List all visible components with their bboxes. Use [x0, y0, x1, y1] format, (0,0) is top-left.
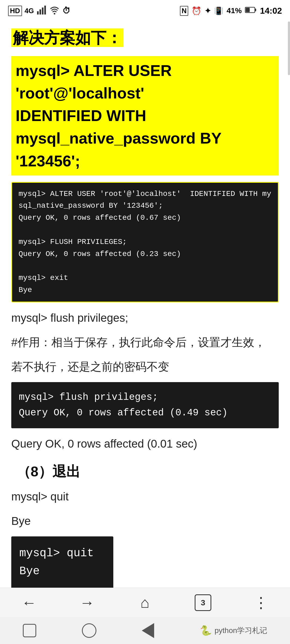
back-gesture-icon	[142, 623, 154, 638]
signal-4g: 4G	[25, 7, 34, 15]
menu-icon: ⋮	[253, 594, 269, 611]
vibrate-icon: 📳	[214, 6, 223, 15]
svg-rect-7	[246, 8, 250, 12]
svg-rect-2	[42, 8, 44, 14]
svg-rect-3	[44, 6, 46, 14]
home-icon: ⌂	[140, 594, 150, 611]
back-icon: ←	[21, 594, 37, 611]
section8-heading: （8）退出	[11, 462, 279, 481]
alter-line3: mysql_native_password BY '123456';	[16, 127, 274, 172]
battery-icon	[245, 6, 257, 15]
terminal-block-1: mysql> ALTER USER 'root'@'localhost' IDE…	[11, 182, 279, 302]
time: 14:02	[260, 6, 282, 16]
nfc-icon: N	[180, 6, 188, 16]
solution-heading: 解决方案如下：	[11, 28, 124, 47]
svg-rect-0	[37, 11, 39, 14]
recents-button[interactable]	[23, 624, 36, 637]
nav-bar: ← → ⌂ 3 ⋮	[0, 588, 290, 617]
hd-icon: HD	[8, 6, 22, 16]
comment-body: 若不执行，还是之前的密码不变	[11, 358, 279, 376]
svg-rect-1	[39, 9, 41, 14]
terminal-block-2: mysql> flush privileges; Query OK, 0 row…	[11, 382, 279, 428]
alarm-icon: ⏰	[191, 6, 201, 16]
forward-button[interactable]: →	[74, 592, 100, 613]
timer-icon: ⏱	[62, 6, 70, 15]
quit-command: mysql> quit	[11, 488, 279, 506]
forward-icon: →	[79, 594, 95, 611]
signal-bars	[37, 5, 47, 17]
status-left: HD 4G ⏱	[8, 5, 70, 17]
tabs-count: 3	[201, 598, 205, 607]
query-result: Query OK, 0 rows affected (0.01 sec)	[11, 435, 279, 453]
status-right: N ⏰ ✦ 📳 41% 14:02	[180, 6, 282, 16]
status-bar: HD 4G ⏱ N ⏰ ✦ 📳 41%	[0, 0, 290, 21]
svg-point-4	[54, 13, 55, 14]
svg-rect-6	[255, 9, 256, 11]
bye-text: Bye	[11, 512, 279, 530]
menu-button[interactable]: ⋮	[248, 592, 274, 613]
terminal-block-3: mysql> quit Bye	[11, 536, 113, 588]
tabs-badge: 3	[195, 594, 211, 611]
app-label-area: 🐍 python学习札记	[200, 625, 267, 636]
main-content: 解决方案如下： mysql> ALTER USER 'root'@'localh…	[0, 21, 290, 644]
tabs-button[interactable]: 3	[190, 592, 216, 613]
flush-command: mysql> flush privileges;	[11, 309, 279, 327]
back-gesture-button[interactable]	[142, 623, 154, 638]
alter-line2: IDENTIFIED WITH	[16, 104, 274, 127]
home-gesture-icon	[82, 623, 96, 638]
solution-heading-block: 解决方案如下：	[11, 27, 279, 49]
app-icon: 🐍	[200, 625, 212, 636]
scrollbar[interactable]	[288, 21, 290, 75]
alter-command-block: mysql> ALTER USER 'root'@'localhost' IDE…	[11, 56, 279, 175]
gesture-bar: 🐍 python学习札记	[0, 617, 290, 644]
app-label: python学习札记	[215, 625, 267, 636]
home-button[interactable]: ⌂	[132, 592, 158, 613]
alter-line1: mysql> ALTER USER 'root'@'localhost'	[16, 59, 274, 104]
comment-heading: #作用：相当于保存，执行此命令后，设置才生效，	[11, 333, 279, 351]
recents-icon	[23, 624, 36, 637]
battery-percent: 41%	[227, 6, 242, 15]
bluetooth-icon: ✦	[205, 6, 211, 15]
home-gesture-button[interactable]	[82, 623, 96, 638]
wifi-icon	[49, 5, 60, 17]
back-button[interactable]: ←	[16, 592, 42, 613]
